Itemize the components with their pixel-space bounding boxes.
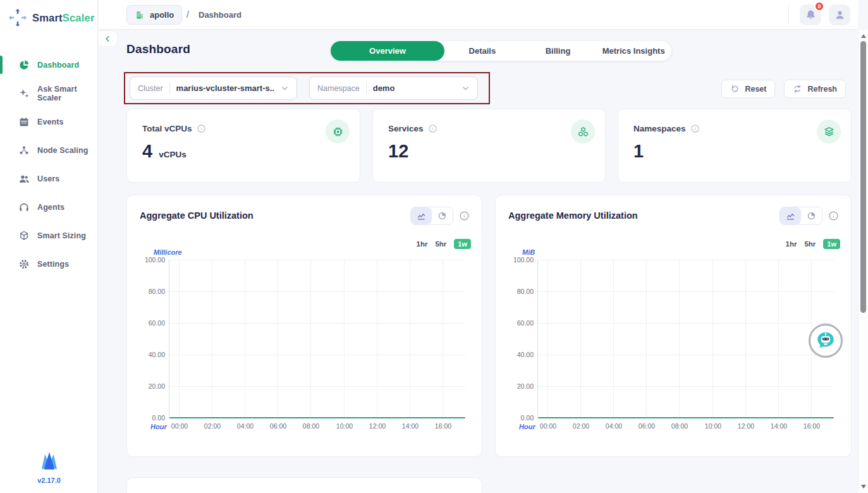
namespace-select-value: demo	[373, 83, 395, 93]
memory-utilization-chart-card: Aggregate Memory Utilization i 1hr 5hr 1…	[495, 195, 852, 457]
user-menu-button[interactable]	[829, 4, 850, 25]
memory-series-line	[538, 417, 834, 418]
sidebar-item-label: Events	[37, 118, 64, 126]
scroll-up-arrow[interactable]	[861, 34, 866, 38]
time-range-selector: 1hr 5hr 1w	[417, 239, 472, 249]
chevron-down-icon	[462, 84, 470, 92]
x-tick: 06:00	[639, 422, 655, 430]
y-tick: 100.00	[136, 256, 165, 264]
x-tick: 06:00	[270, 422, 286, 430]
next-card-partial	[126, 477, 482, 493]
line-chart-toggle[interactable]	[780, 207, 801, 224]
notification-badge: 0	[814, 1, 824, 11]
breadcrumb-org-label: apollo	[150, 10, 174, 20]
range-5hr[interactable]: 5hr	[435, 240, 446, 248]
app-version: v2.17.0	[0, 477, 98, 484]
y-tick: 40.00	[136, 351, 165, 358]
tab-overview[interactable]: Overview	[331, 41, 444, 61]
tab-metrics-insights[interactable]: Metrics Insights	[596, 41, 671, 61]
range-1hr[interactable]: 1hr	[786, 240, 797, 248]
chat-assistant-button[interactable]	[809, 324, 843, 358]
memory-chart-plot: 100.00 80.00 60.00 40.00 20.00 0.00 00:0…	[537, 260, 834, 418]
info-icon[interactable]: i	[197, 124, 206, 133]
range-1hr[interactable]: 1hr	[417, 240, 428, 248]
stat-card-services: Services i 12	[372, 109, 606, 183]
chart-title: Aggregate CPU Utilization	[140, 210, 254, 221]
namespace-select[interactable]: Namespace demo	[309, 76, 478, 100]
pie-chart-icon	[18, 59, 30, 71]
sidebar-item-users[interactable]: Users	[0, 164, 97, 193]
tab-details[interactable]: Details	[444, 41, 520, 61]
info-icon[interactable]: i	[828, 210, 839, 221]
sidebar-item-label: Settings	[37, 260, 69, 269]
filters-annotation-box: Cluster marius-vcluster-smart-s... Names…	[124, 72, 490, 104]
refresh-button[interactable]: Refresh	[784, 80, 846, 98]
y-axis-label: Millicore	[154, 248, 182, 256]
y-axis-label: MiB	[522, 248, 535, 256]
info-icon[interactable]: i	[459, 210, 470, 221]
y-tick: 60.00	[136, 319, 165, 327]
pie-chart-toggle[interactable]	[432, 207, 453, 224]
reset-icon	[730, 84, 740, 94]
tab-billing[interactable]: Billing	[520, 41, 596, 61]
cpu-utilization-chart-card: Aggregate CPU Utilization i 1hr 5hr 1w M…	[126, 195, 482, 457]
x-tick: 02:00	[204, 422, 221, 430]
select-divider	[366, 83, 367, 94]
refresh-label: Refresh	[807, 85, 837, 94]
line-chart-toggle[interactable]	[411, 207, 432, 224]
chart-view-toggle	[410, 207, 453, 225]
gear-icon	[18, 259, 30, 270]
cpu-chip-icon	[326, 119, 350, 143]
select-divider	[169, 83, 170, 94]
info-icon[interactable]: i	[428, 124, 437, 133]
sidebar-item-settings[interactable]: Settings	[0, 250, 97, 278]
cluster-select-label: Cluster	[138, 84, 163, 93]
sparkles-icon	[18, 88, 30, 99]
sidebar-collapse-button[interactable]	[99, 30, 118, 47]
header-divider	[788, 6, 789, 24]
x-tick: 00:00	[540, 422, 556, 430]
reset-button[interactable]: Reset	[721, 80, 775, 98]
x-tick: 16:00	[435, 422, 451, 430]
vertical-scrollbar[interactable]	[858, 30, 868, 493]
stat-value: 1	[633, 141, 644, 162]
pie-chart-toggle[interactable]	[801, 207, 822, 224]
sidebar-item-ask-smart-scaler[interactable]: Ask Smart Scaler	[0, 79, 97, 107]
sidebar-item-label: Ask Smart Scaler	[37, 85, 97, 102]
y-tick: 40.00	[504, 351, 534, 358]
range-5hr[interactable]: 5hr	[804, 240, 816, 248]
x-tick: 10:00	[336, 422, 353, 430]
scroll-down-arrow[interactable]	[861, 485, 866, 489]
reset-label: Reset	[745, 85, 766, 94]
chart-title: Aggregate Memory Utilization	[508, 210, 638, 221]
brand-logo[interactable]: SmartScaler	[0, 0, 97, 35]
notifications-button[interactable]: 0	[800, 4, 821, 25]
sidebar-item-smart-sizing[interactable]: Smart Sizing	[0, 221, 97, 250]
sidebar-item-agents[interactable]: Agents	[0, 193, 97, 221]
range-1w[interactable]: 1w	[823, 239, 840, 249]
robot-chat-icon	[815, 330, 836, 351]
stat-unit: vCPUs	[159, 150, 186, 159]
y-tick: 80.00	[136, 288, 165, 295]
sidebar-item-dashboard[interactable]: Dashboard	[0, 51, 97, 79]
sidebar-item-label: Dashboard	[37, 61, 79, 70]
app-root: SmartScaler Dashboard Ask Smart Scaler E…	[0, 0, 868, 493]
sidebar-item-node-scaling[interactable]: Node Scaling	[0, 136, 97, 164]
sidebar-item-events[interactable]: Events	[0, 107, 97, 136]
x-tick: 16:00	[804, 422, 820, 430]
y-tick: 80.00	[504, 288, 534, 295]
y-tick: 0.00	[504, 414, 534, 422]
headset-icon	[18, 202, 30, 213]
info-icon[interactable]: i	[690, 124, 700, 133]
y-tick: 100.00	[504, 256, 534, 264]
cpu-chart-plot: 100.00 80.00 60.00 40.00 20.00 0.00 00:0…	[169, 260, 465, 418]
stat-card-total-vcpus: Total vCPUs i 4 vCPUs	[126, 109, 360, 183]
cluster-select[interactable]: Cluster marius-vcluster-smart-s...	[130, 76, 297, 100]
x-tick: 10:00	[705, 422, 721, 430]
x-axis-label: Hour	[519, 423, 535, 430]
range-1w[interactable]: 1w	[454, 239, 471, 249]
scrollbar-thumb[interactable]	[860, 41, 866, 313]
person-icon	[834, 9, 846, 21]
y-tick: 60.00	[504, 319, 534, 327]
breadcrumb-org-chip[interactable]: apollo	[126, 5, 182, 25]
